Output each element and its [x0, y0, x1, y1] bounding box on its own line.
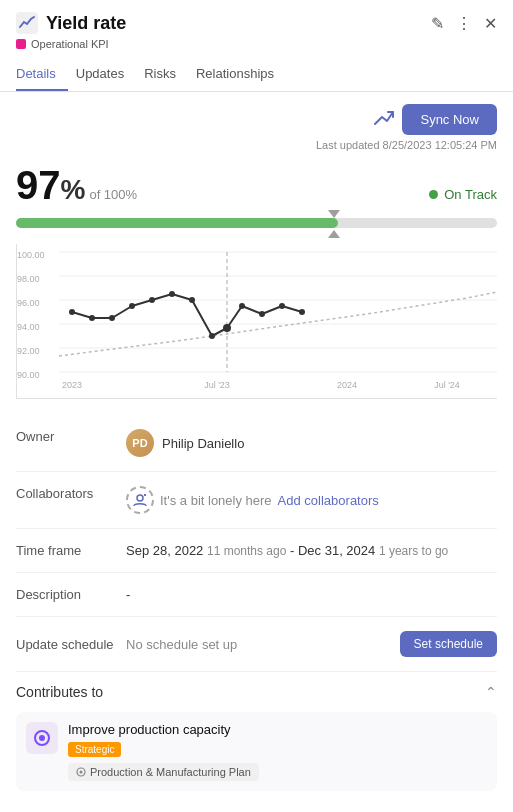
owner-name: Philip Daniello	[162, 436, 244, 451]
contributes-header: Contributes to ⌃	[16, 684, 497, 700]
tab-relationships[interactable]: Relationships	[196, 58, 286, 91]
svg-point-24	[279, 303, 285, 309]
goal-card: Improve production capacity Strategic Pr…	[16, 712, 497, 791]
metric-row: 97%of 100% On Track	[16, 163, 497, 208]
svg-text:94.00: 94.00	[17, 322, 40, 332]
goal-plan: Production & Manufacturing Plan	[68, 763, 259, 781]
tab-details[interactable]: Details	[16, 58, 68, 91]
tab-risks[interactable]: Risks	[144, 58, 188, 91]
on-track-badge: On Track	[429, 187, 497, 202]
svg-text:2024: 2024	[337, 380, 357, 390]
svg-point-14	[89, 315, 95, 321]
chevron-up-icon[interactable]: ⌃	[485, 684, 497, 700]
avatar-img: PD	[126, 429, 154, 457]
goal-name: Improve production capacity	[68, 722, 487, 737]
progress-bar-fill	[16, 218, 338, 228]
avatar: PD	[126, 429, 154, 457]
set-schedule-button[interactable]: Set schedule	[400, 631, 497, 657]
timeframe-value: Sep 28, 2022 11 months ago - Dec 31, 202…	[126, 543, 497, 558]
sync-row: Sync Now	[374, 104, 497, 135]
svg-point-20	[209, 333, 215, 339]
collaborators-value: It's a bit lonely here Add collaborators	[126, 486, 497, 514]
contributes-title: Contributes to	[16, 684, 103, 700]
progress-bar	[16, 218, 497, 228]
metric-unit: %	[61, 174, 86, 205]
close-icon[interactable]: ✕	[484, 14, 497, 33]
metric-of: of 100%	[89, 187, 137, 202]
more-icon[interactable]: ⋮	[456, 14, 472, 33]
timeframe-row: Time frame Sep 28, 2022 11 months ago - …	[16, 529, 497, 573]
kpi-dot	[16, 39, 26, 49]
goal-tag: Strategic	[68, 742, 121, 757]
metric-value: 97	[16, 163, 61, 207]
on-track-dot	[429, 190, 438, 199]
update-schedule-row: Update schedule No schedule set up Set s…	[16, 617, 497, 672]
tabs: Details Updates Risks Relationships	[0, 58, 513, 92]
on-track-label: On Track	[444, 187, 497, 202]
owner-label: Owner	[16, 429, 126, 444]
svg-point-34	[39, 735, 45, 741]
main-content: Sync Now Last updated 8/25/2023 12:05:24…	[0, 92, 513, 812]
svg-point-16	[129, 303, 135, 309]
svg-text:96.00: 96.00	[17, 298, 40, 308]
progress-container	[16, 218, 497, 228]
svg-point-36	[80, 771, 83, 774]
plan-icon	[76, 767, 86, 777]
owner-value: PD Philip Daniello	[126, 429, 497, 457]
goal-icon	[26, 722, 58, 754]
add-collaborator-icon[interactable]	[126, 486, 154, 514]
sync-now-button[interactable]: Sync Now	[402, 104, 497, 135]
svg-text:98.00: 98.00	[17, 274, 40, 284]
kpi-tag: Operational KPI	[0, 38, 513, 58]
last-updated: Last updated 8/25/2023 12:05:24 PM	[316, 139, 497, 151]
add-collaborators-link[interactable]: Add collaborators	[278, 493, 379, 508]
owner-row: Owner PD Philip Daniello	[16, 415, 497, 472]
no-schedule-text: No schedule set up	[126, 637, 237, 652]
svg-text:2023: 2023	[62, 380, 82, 390]
description-value: -	[126, 587, 497, 602]
svg-point-13	[69, 309, 75, 315]
collaborators-label: Collaborators	[16, 486, 126, 501]
yield-icon	[16, 12, 38, 34]
sync-section: Sync Now Last updated 8/25/2023 12:05:24…	[16, 104, 497, 151]
svg-point-25	[299, 309, 305, 315]
header-actions: ✎ ⋮ ✕	[431, 14, 497, 33]
svg-text:92.00: 92.00	[17, 346, 40, 356]
metric-display: 97%of 100%	[16, 163, 137, 208]
description-row: Description -	[16, 573, 497, 617]
chart-area: 100.00 98.00 96.00 94.00 92.00 90.00	[16, 244, 497, 399]
description-label: Description	[16, 587, 126, 602]
svg-point-22	[239, 303, 245, 309]
tab-updates[interactable]: Updates	[76, 58, 136, 91]
header: Yield rate ✎ ⋮ ✕	[0, 0, 513, 38]
chart-svg: 100.00 98.00 96.00 94.00 92.00 90.00	[17, 244, 497, 398]
svg-text:Jul '24: Jul '24	[434, 380, 460, 390]
svg-text:90.00: 90.00	[17, 370, 40, 380]
goal-details: Improve production capacity Strategic Pr…	[68, 722, 487, 781]
svg-point-17	[149, 297, 155, 303]
svg-point-15	[109, 315, 115, 321]
contributes-to-section: Contributes to ⌃ Improve production capa…	[16, 672, 497, 803]
update-schedule-label: Update schedule	[16, 637, 126, 652]
progress-marker-bottom	[328, 230, 340, 238]
page-title: Yield rate	[46, 13, 126, 34]
svg-point-23	[259, 311, 265, 317]
svg-text:Jul '23: Jul '23	[204, 380, 230, 390]
header-left: Yield rate	[16, 12, 126, 34]
svg-point-21	[223, 324, 231, 332]
update-schedule-value: No schedule set up	[126, 637, 400, 652]
kpi-label: Operational KPI	[31, 38, 109, 50]
lonely-text: It's a bit lonely here	[160, 493, 272, 508]
svg-point-19	[189, 297, 195, 303]
collaborators-row: Collaborators It's a bit lonely here Add…	[16, 472, 497, 529]
svg-text:100.00: 100.00	[17, 250, 45, 260]
progress-marker-top	[328, 210, 340, 218]
edit-icon[interactable]: ✎	[431, 14, 444, 33]
svg-point-18	[169, 291, 175, 297]
timeframe-label: Time frame	[16, 543, 126, 558]
svg-point-30	[137, 495, 143, 501]
trend-icon	[374, 110, 394, 130]
